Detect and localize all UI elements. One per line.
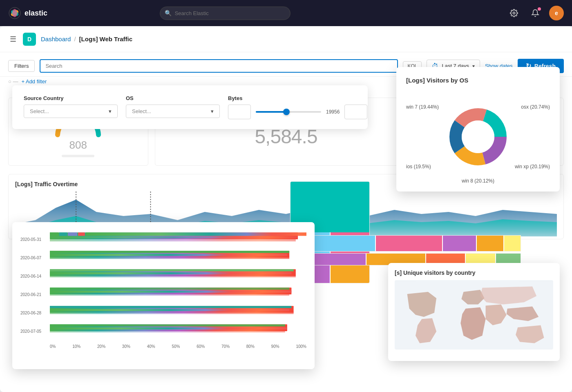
dashboard-badge: D: [23, 33, 36, 46]
breadcrumb: Dashboard / [Logs] Web Traffic: [41, 36, 132, 42]
y-label-3: 2020-06-14: [20, 274, 49, 278]
breadcrumb-parent-link[interactable]: Dashboard: [41, 36, 71, 42]
settings-button[interactable]: [507, 6, 521, 20]
x-label-2: 20%: [97, 344, 105, 349]
x-label-1: 10%: [72, 344, 80, 349]
legend-win7: win 7 (19.44%): [406, 104, 439, 110]
y-label-1: 2020-05-31: [20, 237, 49, 242]
svg-point-4: [513, 12, 515, 14]
svg-rect-41: [50, 330, 285, 332]
map-panel: [s] Unique visitors by country: [388, 263, 560, 361]
svg-rect-40: [50, 327, 287, 330]
gauge-1-value: 808: [69, 139, 87, 151]
svg-rect-28: [50, 254, 287, 256]
breadcrumb-separator: /: [74, 36, 76, 42]
global-search-bar[interactable]: 🔍: [160, 7, 290, 20]
bytes-range-row: 19956: [228, 105, 367, 119]
hamburger-menu-button[interactable]: ☰: [8, 33, 18, 45]
kql-search-input[interactable]: [40, 59, 398, 73]
source-country-select[interactable]: Select... ▾: [24, 105, 118, 118]
x-label-10: 100%: [296, 344, 306, 349]
x-label-5: 50%: [172, 344, 180, 349]
os-group: OS Select... ▾: [126, 95, 220, 118]
svg-rect-33: [50, 287, 289, 290]
stacked-bar-panel: 2020-05-31 2020-06-07 2020-06-14 2020-06…: [12, 222, 315, 369]
y-axis-labels: 2020-05-31 2020-06-07 2020-06-14 2020-06…: [20, 230, 49, 341]
svg-rect-21: [59, 232, 67, 236]
svg-rect-35: [50, 294, 289, 296]
donut-svg: [445, 104, 511, 169]
svg-rect-20: [50, 232, 58, 236]
os-panel-title: [Logs] Visitors by OS: [406, 77, 550, 84]
svg-rect-34: [50, 291, 291, 293]
bytes-label: Bytes: [228, 95, 367, 101]
svg-rect-39: [50, 324, 285, 326]
bytes-slider[interactable]: [256, 105, 321, 119]
elastic-logo: elastic: [8, 7, 47, 20]
svg-rect-23: [78, 232, 85, 236]
source-country-group: Source Country Select... ▾: [24, 95, 118, 118]
legend-ios: ios (19.5%): [406, 164, 431, 169]
dashboard-area: ☰ D Dashboard / [Logs] Web Traffic Filte…: [0, 26, 572, 392]
elastic-logo-icon: [8, 7, 21, 20]
global-search-input[interactable]: [160, 7, 290, 20]
legend-osx: osx (20.74%): [521, 104, 550, 110]
add-filter-button[interactable]: + Add filter: [21, 78, 47, 85]
top-navigation: elastic 🔍 e: [0, 0, 572, 26]
svg-rect-38: [50, 312, 294, 314]
legend-win8: win 8 (20.12%): [462, 178, 494, 184]
x-label-8: 80%: [246, 344, 255, 349]
breadcrumb-bar: ☰ D Dashboard / [Logs] Web Traffic: [0, 26, 572, 52]
svg-rect-31: [50, 272, 291, 274]
svg-rect-26: [50, 239, 296, 241]
os-select[interactable]: Select... ▾: [126, 105, 220, 118]
bytes-max-box[interactable]: [344, 105, 367, 119]
legend-winxp: win xp (20.19%): [515, 164, 550, 169]
world-map-svg: [395, 280, 553, 350]
gauge-1-bar: [62, 155, 94, 157]
user-avatar-button[interactable]: e: [549, 6, 564, 20]
x-label-7: 70%: [221, 344, 230, 349]
x-label-0: 0%: [50, 344, 56, 349]
bytes-min-box[interactable]: [228, 105, 251, 119]
filter-dropdowns-row: Source Country Select... ▾ OS Select... …: [24, 95, 356, 119]
svg-point-3: [12, 9, 17, 17]
brand-label: elastic: [25, 9, 47, 18]
donut-chart-area: win 7 (19.44%) osx (20.74%) ios (19.5%) …: [406, 92, 550, 182]
filter-dash: ○ —: [8, 78, 18, 85]
y-label-2: 2020-06-07: [20, 256, 49, 260]
y-label-6: 2020-07-05: [20, 329, 49, 334]
svg-rect-25: [50, 236, 298, 238]
svg-point-13: [462, 120, 494, 153]
os-visitors-panel: [Logs] Visitors by OS win 7 (19.44%) osx…: [396, 67, 560, 192]
svg-rect-36: [50, 306, 291, 308]
source-country-label: Source Country: [24, 95, 118, 101]
bytes-max-label: 19956: [326, 109, 340, 115]
stacked-chart-area: 2020-05-31 2020-06-07 2020-06-14 2020-06…: [20, 230, 306, 349]
search-icon: 🔍: [165, 10, 172, 16]
svg-rect-30: [50, 269, 294, 271]
source-country-placeholder: Select...: [30, 108, 49, 114]
os-placeholder: Select...: [132, 108, 151, 114]
ext-treemap-row-1: [292, 235, 521, 252]
nav-right-actions: e: [507, 6, 564, 20]
svg-rect-22: [68, 232, 77, 236]
source-country-chevron: ▾: [109, 108, 112, 114]
world-map-area: [395, 280, 553, 350]
x-axis-labels: 0% 10% 20% 30% 40% 50% 60% 70% 80% 90% 1…: [50, 344, 306, 349]
y-label-5: 2020-06-28: [20, 311, 49, 315]
x-label-3: 30%: [122, 344, 130, 349]
notifications-button[interactable]: [528, 6, 543, 20]
os-label: OS: [126, 95, 220, 101]
filters-button[interactable]: Filters: [8, 60, 35, 72]
svg-rect-29: [50, 257, 289, 259]
breadcrumb-current: [Logs] Web Traffic: [79, 36, 133, 42]
svg-rect-24: [86, 232, 306, 236]
x-label-6: 60%: [197, 344, 205, 349]
x-label-9: 90%: [271, 344, 279, 349]
filter-dropdowns-panel: Source Country Select... ▾ OS Select... …: [12, 85, 368, 129]
y-label-4: 2020-06-21: [20, 292, 49, 297]
x-label-4: 40%: [147, 344, 155, 349]
bytes-range-group: Bytes 19956: [228, 95, 367, 119]
svg-rect-27: [50, 251, 289, 253]
